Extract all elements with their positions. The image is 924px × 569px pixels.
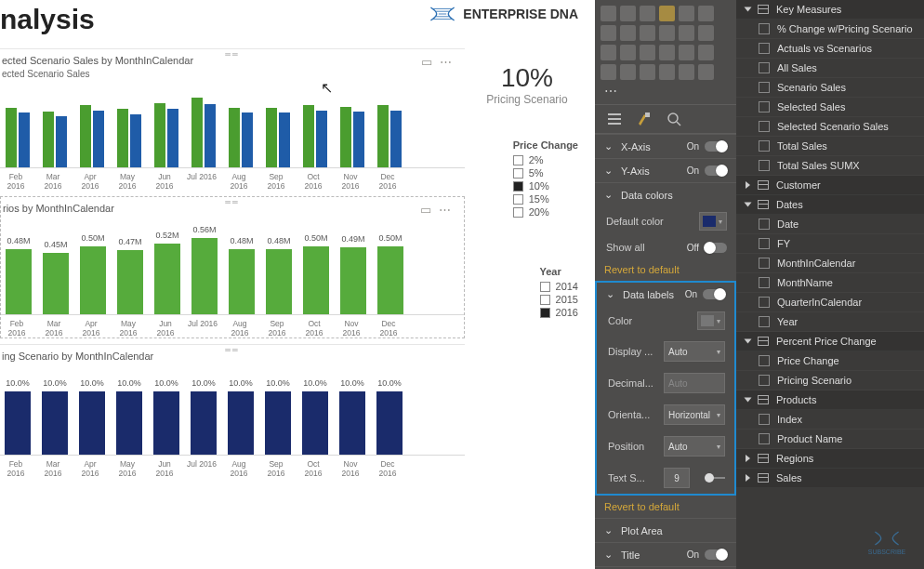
field-item[interactable]: Total Sales [736,137,924,156]
revert-to-default-link[interactable]: Revert to default [595,496,736,518]
bar[interactable]: 0.48M [3,249,34,314]
bar-group[interactable] [299,105,331,167]
field-item[interactable]: QuarterInCalendar [736,293,924,312]
fields-table[interactable]: Percent Price Change [736,332,924,351]
field-item[interactable]: MonthInCalendar [736,254,924,273]
toggle-data-labels[interactable] [703,289,725,299]
viz-bar-2-selected[interactable]: ══ rios by MonthInCalendar ▭ ⋯ 0.48M0.45… [0,196,465,338]
bar-group[interactable] [262,108,294,167]
bar[interactable]: 10.0% [151,391,182,455]
bar-group[interactable] [188,98,219,167]
viz-type-multi-card-icon[interactable] [698,45,714,60]
bar-group[interactable] [374,105,405,167]
fields-tab-icon[interactable] [606,111,623,127]
position-dropdown[interactable]: Auto▾ [664,436,725,457]
bar[interactable]: 10.0% [262,391,294,455]
viz-type-treemap-icon[interactable] [698,25,714,41]
drag-handle[interactable]: ══ [216,197,249,206]
bar[interactable]: 10.0% [76,391,108,455]
bar[interactable]: 10.0% [113,391,145,455]
bar-group[interactable] [337,107,368,167]
field-item[interactable]: Product Name [736,430,924,449]
display-units-dropdown[interactable]: Auto▾ [664,341,725,362]
slicer-option[interactable]: 2016 [540,307,578,318]
slicer-option[interactable]: 2014 [540,281,578,292]
slicer-option[interactable]: 20% [513,206,578,218]
field-item[interactable]: Date [736,215,924,234]
format-tab-icon[interactable] [636,111,653,127]
viz-type-slicer-icon[interactable] [620,64,636,80]
field-item[interactable]: Price Change [736,351,924,371]
drag-handle[interactable]: ══ [216,345,249,354]
viz-type-filled-map-icon[interactable] [620,45,636,60]
field-item[interactable]: Actuals vs Scenarios [736,39,924,59]
fields-table[interactable]: Regions [736,449,924,469]
viz-type-gauge-icon[interactable] [659,45,675,60]
viz-type-stacked-bar-icon[interactable] [601,6,616,21]
bar[interactable]: 0.48M [263,249,295,314]
text-size-slider[interactable] [705,477,725,479]
viz-type-ribbon-icon[interactable] [601,25,616,41]
section-data-colors[interactable]: ⌄Data colors [595,182,736,206]
field-item[interactable]: MonthName [736,273,924,293]
field-item[interactable]: Total Sales SUMX [736,156,924,176]
field-item[interactable]: Year [736,312,924,332]
viz-type-map-icon[interactable] [601,45,616,60]
slicer-year[interactable]: Year 201420152016 [540,266,578,320]
viz-type-table-icon[interactable] [640,64,655,80]
viz-type-donut-icon[interactable] [679,25,694,41]
bar[interactable]: 10.0% [374,391,405,455]
bar[interactable]: 0.45M [40,253,72,314]
viz-type-waterfall-icon[interactable] [620,25,636,41]
viz-type-funnel-icon[interactable] [640,45,655,60]
viz-type-line-icon[interactable] [679,6,694,21]
analytics-tab-icon[interactable] [666,111,682,127]
bar[interactable]: 0.50M [77,246,109,314]
bar[interactable]: 0.50M [375,246,406,314]
text-size-input[interactable] [664,468,690,488]
viz-type-globe-icon[interactable] [698,64,714,80]
viz-type-matrix-icon[interactable] [659,64,675,80]
default-color-picker[interactable]: ▾ [699,212,727,231]
section-data-labels[interactable]: ⌄Data labels On [597,283,734,306]
field-item[interactable]: Selected Sales [736,98,924,117]
field-item[interactable]: FY [736,234,924,254]
bar-group[interactable] [39,112,71,167]
bar[interactable]: 0.50M [300,246,332,314]
slicer-option[interactable]: 5% [513,167,578,179]
viz-bar-3[interactable]: ══ ing Scenario by MonthInCalendar 10.0%… [0,344,465,478]
viz-type-card-icon[interactable] [679,45,694,60]
decimal-places-input[interactable]: Auto [664,373,725,393]
bar[interactable]: 10.0% [39,391,71,455]
field-item[interactable]: Scenario Sales [736,78,924,98]
slicer-option[interactable]: 10% [513,180,578,192]
toggle-x-axis[interactable] [705,141,727,152]
slicer-price-change[interactable]: Price Change 2%5%10%15%20% [513,139,578,219]
bar-group[interactable] [113,109,145,167]
focus-mode-icon[interactable]: ▭ [420,203,431,217]
fields-table[interactable]: Customer [736,176,924,195]
bar[interactable]: 10.0% [299,391,331,455]
more-options-icon[interactable]: ⋯ [440,55,452,69]
revert-to-default-link[interactable]: Revert to default [595,258,736,281]
fields-table[interactable]: Products [736,390,924,410]
more-options-icon[interactable]: ⋯ [439,203,451,217]
field-item[interactable]: Index [736,410,924,430]
viz-type-area-icon[interactable] [698,6,714,21]
drag-handle[interactable]: ══ [216,49,249,59]
bar[interactable]: 0.49M [337,247,369,314]
viz-type-clustered-bar-icon[interactable] [620,6,636,21]
fields-table[interactable]: Key Measures [736,0,924,20]
viz-type-clustered-column-icon[interactable] [659,6,675,21]
bar[interactable]: 0.56M [189,238,220,314]
fields-table[interactable]: Dates [736,195,924,215]
bar[interactable]: 0.48M [226,249,257,314]
section-title[interactable]: ⌄Title On [595,542,736,566]
viz-clustered-bar-1[interactable]: ══ ected Scenario Sales by MonthInCalend… [0,48,465,191]
bar-group[interactable] [225,108,257,167]
viz-type-kpi-icon[interactable] [601,64,616,80]
field-item[interactable]: % Change w/Pricing Scenario [736,20,924,39]
viz-type-pie-icon[interactable] [659,25,675,41]
bar[interactable]: 0.47M [114,250,146,314]
viz-type-stacked-column-icon[interactable] [640,6,655,21]
